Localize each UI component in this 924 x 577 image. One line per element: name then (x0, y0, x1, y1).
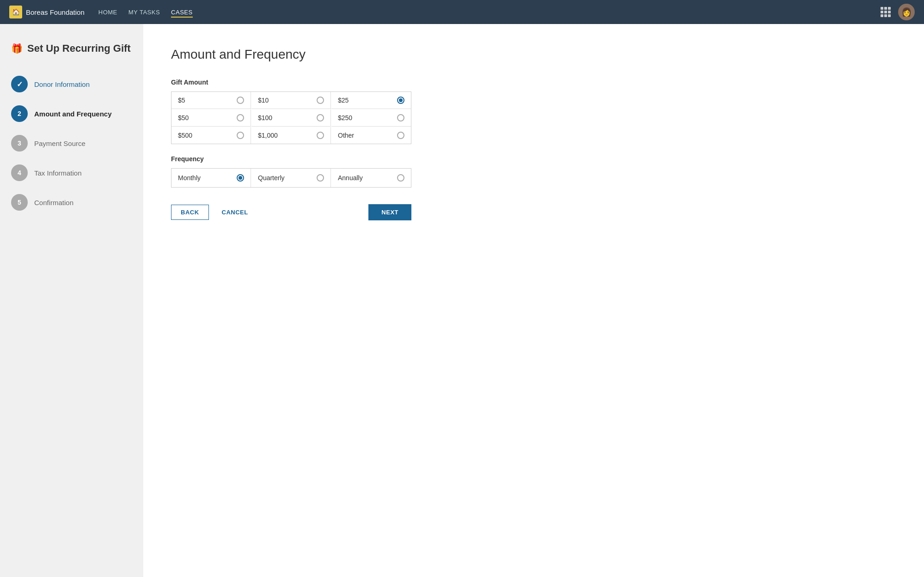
step-label-4: Tax Information (34, 169, 82, 177)
step-circle-4: 4 (11, 164, 28, 181)
amount-100[interactable]: $100 (251, 109, 331, 127)
gift-amount-label: Gift Amount (171, 79, 411, 86)
layout: 🎁 Set Up Recurring Gift ✓ Donor Informat… (0, 24, 924, 577)
next-button[interactable]: NEXT (368, 204, 411, 220)
logo-text: Boreas Foundation (26, 8, 85, 16)
amount-other[interactable]: Other (331, 127, 411, 144)
frequency-grid: Monthly Quarterly Annually (171, 168, 411, 188)
radio-1000 (317, 132, 324, 139)
btn-left-group: BACK CANCEL (171, 205, 257, 220)
amount-25[interactable]: $25 (331, 92, 411, 109)
step-amount-frequency[interactable]: 2 Amount and Frequency (11, 99, 132, 128)
step-payment-source[interactable]: 3 Payment Source (11, 128, 132, 158)
freq-annually[interactable]: Annually (331, 169, 411, 187)
frequency-label: Frequency (171, 155, 411, 163)
radio-monthly (237, 174, 244, 182)
step-label-3: Payment Source (34, 140, 86, 147)
step-tax-information[interactable]: 4 Tax Information (11, 158, 132, 188)
topnav-left: 🏠 Boreas Foundation HOME MY TASKS CASES (9, 6, 193, 18)
button-row: BACK CANCEL NEXT (171, 204, 411, 220)
amount-1000[interactable]: $1,000 (251, 127, 331, 144)
freq-quarterly[interactable]: Quarterly (251, 169, 331, 187)
freq-monthly[interactable]: Monthly (171, 169, 251, 187)
radio-250 (397, 114, 404, 121)
nav-cases[interactable]: CASES (171, 7, 193, 18)
radio-5 (237, 97, 244, 104)
sidebar-steps: ✓ Donor Information 2 Amount and Frequen… (11, 69, 132, 217)
amount-500[interactable]: $500 (171, 127, 251, 144)
grid-icon[interactable] (881, 7, 891, 17)
logo-icon: 🏠 (9, 6, 22, 18)
nav-home[interactable]: HOME (98, 7, 117, 18)
back-button[interactable]: BACK (171, 205, 209, 220)
sidebar-title: 🎁 Set Up Recurring Gift (11, 43, 132, 55)
amount-5[interactable]: $5 (171, 92, 251, 109)
radio-annually (397, 174, 404, 182)
page-title: Amount and Frequency (171, 47, 896, 62)
radio-other (397, 132, 404, 139)
amount-50[interactable]: $50 (171, 109, 251, 127)
step-circle-3: 3 (11, 135, 28, 152)
step-label-2: Amount and Frequency (34, 110, 112, 118)
topnav: 🏠 Boreas Foundation HOME MY TASKS CASES … (0, 0, 924, 24)
radio-quarterly (317, 174, 324, 182)
amount-10[interactable]: $10 (251, 92, 331, 109)
sidebar: 🎁 Set Up Recurring Gift ✓ Donor Informat… (0, 24, 143, 577)
radio-10 (317, 97, 324, 104)
radio-100 (317, 114, 324, 121)
step-label-1: Donor Information (34, 80, 90, 88)
gift-icon: 🎁 (11, 43, 23, 54)
nav-links: HOME MY TASKS CASES (98, 7, 193, 18)
avatar[interactable]: 👩 (898, 4, 915, 20)
step-donor-information[interactable]: ✓ Donor Information (11, 69, 132, 99)
amount-grid: $5 $10 $25 $50 $100 (171, 91, 411, 144)
topnav-right: 👩 (881, 4, 915, 20)
step-circle-5: 5 (11, 194, 28, 211)
logo[interactable]: 🏠 Boreas Foundation (9, 6, 85, 18)
step-label-5: Confirmation (34, 199, 73, 207)
radio-500 (237, 132, 244, 139)
cancel-button[interactable]: CANCEL (213, 205, 257, 220)
step-circle-2: 2 (11, 105, 28, 122)
step-confirmation[interactable]: 5 Confirmation (11, 188, 132, 217)
radio-50 (237, 114, 244, 121)
step-circle-1: ✓ (11, 76, 28, 92)
radio-25 (397, 97, 404, 104)
main-content: Amount and Frequency Gift Amount $5 $10 … (143, 24, 924, 577)
form-section: Gift Amount $5 $10 $25 $50 (171, 79, 411, 220)
nav-my-tasks[interactable]: MY TASKS (129, 7, 160, 18)
sidebar-title-text: Set Up Recurring Gift (27, 43, 131, 55)
amount-250[interactable]: $250 (331, 109, 411, 127)
